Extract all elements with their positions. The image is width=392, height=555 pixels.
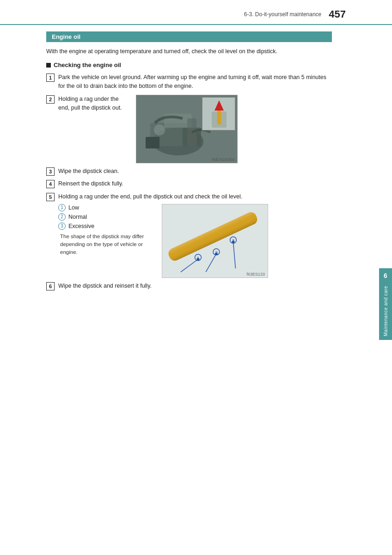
excessive-label: Excessive [68,223,94,229]
step-6: 6 Wipe the dipstick and reinsert it full… [46,282,332,290]
step-1-text: Park the vehicle on level ground. After … [58,73,332,91]
svg-text:3: 3 [232,238,234,243]
svg-point-6 [154,124,165,136]
page-header: 6-3. Do-it-yourself maintenance 457 [0,0,392,25]
chapter-number: 6 [379,268,392,282]
dipstick-note: The shape of the dipstick may differ dep… [58,233,151,257]
inset-svg [202,98,235,130]
step-4-text: Reinsert the dipstick fully. [58,179,123,188]
svg-rect-5 [146,137,159,148]
step-1: 1 Park the vehicle on level ground. Afte… [46,73,332,91]
circle-1: 1 [58,204,66,211]
section-title: Engine oil [46,31,332,42]
oil-level-normal: 2 Normal [58,213,151,221]
oil-level-labels: 1 Low 2 Normal 3 Excessive The shape of … [58,204,151,257]
intro-text: With the engine at operating temperature… [46,47,332,56]
diagram-caption: f63ES133 [246,272,265,277]
oil-level-excessive: 3 Excessive [58,222,151,230]
main-content: Engine oil With the engine at operating … [0,25,392,313]
step-4-num: 4 [46,180,55,188]
header-title: 6-3. Do-it-yourself maintenance [244,11,321,18]
page-container: 6-3. Do-it-yourself maintenance 457 6 Ma… [0,0,392,555]
step-2: 2 Holding a rag under the end, pull the … [46,95,332,163]
chapter-label: Maintenance and care [380,282,391,340]
step-3-text: Wipe the dipstick clean. [58,167,119,176]
svg-rect-11 [217,111,221,124]
bullet-square [46,63,51,68]
dipstick-diagram: 1 2 3 f63ES133 [162,204,268,278]
step-5-text: Holding a rag under the end, pull the di… [58,192,242,201]
image-caption-1: INEAGX004 [212,157,234,162]
step-5-num: 5 [46,193,55,201]
step-1-num: 1 [46,74,55,82]
engine-inset-photo [202,97,235,130]
circle-3: 3 [58,222,66,230]
circle-2: 2 [58,213,66,221]
page-number: 457 [329,8,346,20]
step-6-num: 6 [46,282,55,290]
normal-label: Normal [68,214,87,220]
step-3: 3 Wipe the dipstick clean. [46,167,332,176]
svg-text:1: 1 [197,255,199,260]
subsection-title: Checking the engine oil [46,62,332,68]
subsection-title-text: Checking the engine oil [54,62,121,68]
step-2-num: 2 [46,95,55,104]
low-label: Low [68,204,79,211]
step-2-text: Holding a rag under the end, pull the di… [58,95,129,113]
step-3-num: 3 [46,167,55,176]
step-5: 5 Holding a rag under the end, pull the … [46,192,332,278]
steps-list: 1 Park the vehicle on level ground. Afte… [46,73,332,290]
step-4: 4 Reinsert the dipstick fully. [46,179,332,188]
step-6-text: Wipe the dipstick and reinsert it fully. [58,282,152,290]
chapter-sidebar: 6 Maintenance and care [379,268,392,340]
inset-bg [202,98,235,130]
dipstick-diagram-svg: 1 2 3 [162,204,268,278]
svg-text:2: 2 [215,250,217,255]
oil-level-low: 1 Low [58,204,151,211]
engine-photo: INEAGX004 [136,95,238,163]
dipstick-diagram-area: 1 2 3 f63ES133 [157,204,332,278]
step-2-image-area: INEAGX004 [136,95,332,163]
